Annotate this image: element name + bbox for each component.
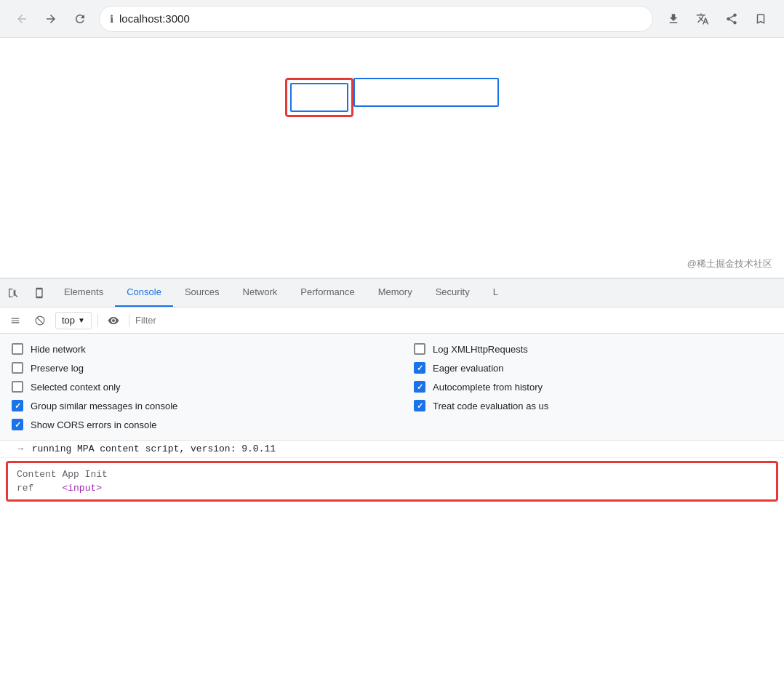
console-output: → running MPA content script, version: 9… xyxy=(0,441,784,679)
devtools-panel: Elements Console Sources Network Perform… xyxy=(0,278,784,679)
setting-hide-network: Hide network xyxy=(12,340,370,358)
setting-label-preserve-log: Preserve log xyxy=(31,363,84,374)
svg-line-1 xyxy=(37,317,43,323)
settings-right: Log XMLHttpRequests Eager evaluation Aut… xyxy=(414,340,772,434)
info-icon: ℹ xyxy=(110,13,113,25)
browser-toolbar-icons xyxy=(662,7,772,31)
console-toolbar: top ▼ xyxy=(0,308,784,334)
filter-input[interactable] xyxy=(135,315,778,326)
setting-label-autocomplete: Autocomplete from history xyxy=(433,382,543,393)
bookmark-button[interactable] xyxy=(749,7,772,31)
demo-input-1[interactable] xyxy=(290,83,348,112)
console-line-text: running MPA content script, version: 9.0… xyxy=(32,443,276,454)
address-bar[interactable]: ℹ localhost:3000 xyxy=(99,6,653,32)
tab-performance[interactable]: Performance xyxy=(289,278,366,308)
checkbox-show-cors[interactable] xyxy=(12,419,23,430)
translate-button[interactable] xyxy=(691,7,714,31)
input-demo-area xyxy=(285,78,499,117)
checkbox-group-similar[interactable] xyxy=(12,400,23,411)
console-key-1: Content App Init xyxy=(17,469,108,480)
setting-group-similar: Group similar messages in console xyxy=(12,396,370,415)
settings-left: Hide network Preserve log Selected conte… xyxy=(12,340,370,434)
back-button[interactable] xyxy=(12,9,32,29)
setting-label-hide-network: Hide network xyxy=(31,344,86,355)
setting-autocomplete: Autocomplete from history xyxy=(414,377,772,396)
setting-preserve-log: Preserve log xyxy=(12,358,370,377)
setting-label-selected-context: Selected context only xyxy=(31,382,121,393)
checkbox-preserve-log[interactable] xyxy=(12,362,23,374)
setting-label-show-cors: Show CORS errors in console xyxy=(31,419,156,430)
console-output-line-2: ref <input> xyxy=(17,481,767,495)
context-label: top xyxy=(62,315,75,326)
reload-button[interactable] xyxy=(70,9,90,29)
setting-label-treat-code: Treat code evaluation as us xyxy=(433,401,548,411)
settings-panel: Hide network Preserve log Selected conte… xyxy=(0,334,784,441)
setting-label-log-xmlhttp: Log XMLHttpRequests xyxy=(433,344,528,355)
devtools-tab-bar: Elements Console Sources Network Perform… xyxy=(0,278,784,308)
console-tag-value: <input> xyxy=(62,483,102,494)
console-sidebar-btn[interactable] xyxy=(6,311,25,330)
checkbox-autocomplete[interactable] xyxy=(414,381,425,393)
checkbox-eager-eval[interactable] xyxy=(414,362,425,374)
setting-show-cors: Show CORS errors in console xyxy=(12,415,370,434)
console-output-line-1: Content App Init xyxy=(17,467,767,481)
console-clear-btn[interactable] xyxy=(31,311,49,330)
checkbox-treat-code[interactable] xyxy=(414,400,425,411)
browser-toolbar: ℹ localhost:3000 xyxy=(0,0,784,38)
tab-more[interactable]: L xyxy=(481,278,510,308)
devtools-device-icon[interactable] xyxy=(26,278,52,308)
tab-memory[interactable]: Memory xyxy=(367,278,424,308)
tab-security[interactable]: Security xyxy=(424,278,481,308)
console-arrow-icon: → xyxy=(17,443,23,454)
console-key-2: ref xyxy=(17,483,57,494)
toolbar-divider-2 xyxy=(129,314,129,327)
setting-selected-context: Selected context only xyxy=(12,377,370,396)
devtools-inspect-icon[interactable] xyxy=(0,278,26,308)
watermark: @稀土掘金技术社区 xyxy=(687,257,772,270)
context-selector[interactable]: top ▼ xyxy=(55,312,92,329)
red-highlight-box xyxy=(285,78,353,117)
checkbox-log-xmlhttp[interactable] xyxy=(414,343,425,355)
tab-elements[interactable]: Elements xyxy=(52,278,115,308)
setting-label-eager-eval: Eager evaluation xyxy=(433,363,504,374)
checkbox-selected-context[interactable] xyxy=(12,381,23,393)
setting-log-xmlhttp: Log XMLHttpRequests xyxy=(414,340,772,358)
eye-icon-btn[interactable] xyxy=(104,311,123,330)
forward-button[interactable] xyxy=(41,9,61,29)
toolbar-divider xyxy=(97,314,98,327)
tab-sources[interactable]: Sources xyxy=(173,278,231,308)
console-output-block: Content App Init ref <input> xyxy=(6,461,778,502)
tab-network[interactable]: Network xyxy=(231,278,289,308)
share-button[interactable] xyxy=(720,7,743,31)
setting-treat-code: Treat code evaluation as us xyxy=(414,396,772,415)
chevron-down-icon: ▼ xyxy=(78,316,85,324)
tab-console[interactable]: Console xyxy=(115,278,173,308)
download-button[interactable] xyxy=(662,7,685,31)
console-line-script: → running MPA content script, version: 9… xyxy=(0,441,784,458)
checkbox-hide-network[interactable] xyxy=(12,343,23,355)
setting-eager-eval: Eager evaluation xyxy=(414,358,772,377)
address-text: localhost:3000 xyxy=(119,12,190,25)
demo-input-2[interactable] xyxy=(353,78,499,107)
setting-label-group-similar: Group similar messages in console xyxy=(31,401,177,411)
page-content: @稀土掘金技术社区 xyxy=(0,38,784,278)
